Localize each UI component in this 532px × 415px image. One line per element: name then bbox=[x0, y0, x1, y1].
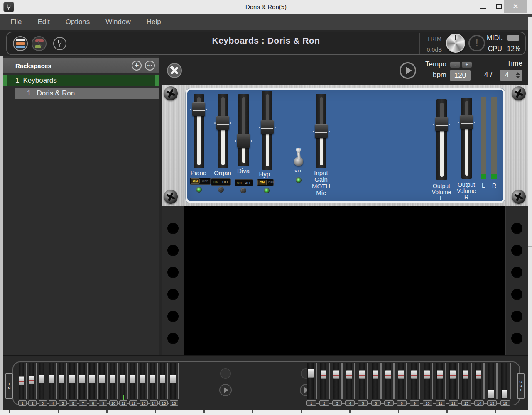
out-fader-handle-3[interactable] bbox=[333, 370, 339, 379]
in-fader-handle-14[interactable] bbox=[150, 375, 155, 383]
out-fader-handle-15[interactable] bbox=[488, 390, 494, 398]
in-fader-handle-3[interactable] bbox=[39, 375, 44, 383]
plugin-slider-hyp-led[interactable] bbox=[264, 188, 270, 193]
in-fader-rail-10 bbox=[117, 363, 118, 399]
record-indicator-icon[interactable] bbox=[220, 368, 231, 379]
in-fader-handle-5[interactable] bbox=[59, 375, 64, 383]
spinner-arrows-icon[interactable] bbox=[516, 72, 520, 78]
out-fader-rail-4 bbox=[354, 363, 355, 399]
in-fader-rail-2 bbox=[36, 363, 37, 399]
in-fader-handle-8[interactable] bbox=[89, 375, 95, 383]
in-fader-handle-12[interactable] bbox=[130, 375, 135, 383]
player-play-icon[interactable] bbox=[219, 384, 232, 396]
out-fader-redline-12 bbox=[450, 375, 456, 376]
input-toggle-led[interactable] bbox=[296, 177, 302, 183]
out-fader-handle-16[interactable] bbox=[502, 390, 507, 398]
in-fader-handle-7[interactable] bbox=[79, 375, 85, 383]
plugin-slider-diva-power-switch[interactable]: ONOFF bbox=[235, 179, 253, 186]
in-channel-dash bbox=[67, 403, 69, 404]
in-fader-handle-10[interactable] bbox=[110, 375, 115, 383]
menu-file[interactable]: File bbox=[2, 18, 29, 26]
piano-key-gap bbox=[155, 410, 156, 413]
menu-window[interactable]: Window bbox=[98, 18, 138, 26]
in-fader-handle-4[interactable] bbox=[49, 375, 54, 383]
out-fader-rail-2 bbox=[329, 363, 330, 399]
out-fader-track-2 bbox=[320, 363, 326, 399]
menu-edit[interactable]: Edit bbox=[29, 18, 57, 26]
bpm-value-field[interactable]: 120 bbox=[450, 70, 471, 81]
power-on-label: ON bbox=[257, 180, 267, 185]
in-fader-handle-15[interactable] bbox=[160, 375, 165, 383]
out-fader-handle-4[interactable] bbox=[346, 370, 352, 379]
out-fader-handle-7[interactable] bbox=[385, 370, 391, 379]
tempo-increase-button[interactable]: + bbox=[461, 61, 472, 68]
output-volume-r-slider-tick bbox=[458, 122, 459, 123]
out-fader-handle-12[interactable] bbox=[450, 370, 456, 379]
toolbar: Keyboards : Doris & Ron TRIM 0.0dB ! MID… bbox=[0, 30, 532, 57]
plugin-slider-hyp-power-switch[interactable]: ONOFF bbox=[257, 179, 274, 186]
edit-tools-icon[interactable] bbox=[167, 63, 182, 78]
plugin-slider-organ-handle[interactable] bbox=[216, 116, 229, 130]
out-fader-track-5 bbox=[359, 363, 365, 399]
rackspace-menu-button[interactable]: ••• bbox=[145, 61, 155, 71]
in-fader-handle-2[interactable] bbox=[29, 376, 34, 384]
out-channel-number-7: 7 bbox=[384, 400, 394, 406]
close-button[interactable]: ✕ bbox=[504, 0, 527, 13]
input-gain-label-line: Mic bbox=[306, 189, 336, 195]
plugin-slider-diva-track[interactable] bbox=[238, 94, 249, 166]
in-fader-rail-9 bbox=[107, 363, 108, 399]
midi-activity-indicator bbox=[507, 35, 519, 41]
in-fader-handle-13[interactable] bbox=[140, 375, 145, 383]
rackspace-number: 1 bbox=[15, 76, 19, 85]
output-volume-l-slider-handle[interactable] bbox=[435, 117, 448, 131]
in-fader-rail-14 bbox=[157, 363, 158, 399]
in-fader-handle-11[interactable] bbox=[120, 375, 125, 383]
output-volume-l-slider-tick bbox=[449, 124, 450, 125]
out-fader-handle-14[interactable] bbox=[476, 370, 481, 379]
in-fader-handle-6[interactable] bbox=[69, 375, 75, 383]
rackspace-item-keyboards[interactable]: 1 Keyboards bbox=[3, 75, 159, 86]
menu-options[interactable]: Options bbox=[58, 18, 98, 26]
out-fader-handle-5[interactable] bbox=[359, 370, 365, 379]
output-volume-l-slider-track[interactable] bbox=[436, 99, 447, 180]
minimize-button[interactable] bbox=[476, 1, 490, 12]
plugin-slider-hyp-handle[interactable] bbox=[261, 120, 274, 134]
tempo-decrease-button[interactable]: - bbox=[450, 61, 461, 68]
out-channel-number-3: 3 bbox=[332, 400, 342, 406]
power-on-label: ON bbox=[235, 181, 243, 185]
panic-icon[interactable]: ! bbox=[468, 35, 485, 51]
out-fader-handle-2[interactable] bbox=[321, 370, 326, 379]
in-fader-handle-16[interactable] bbox=[170, 375, 176, 383]
maximize-button[interactable] bbox=[492, 1, 506, 12]
output-volume-r-slider-track[interactable] bbox=[461, 98, 472, 179]
plugin-slider-piano-handle[interactable] bbox=[192, 102, 205, 116]
plugin-slider-organ-track[interactable] bbox=[218, 94, 228, 168]
out-fader-handle-8[interactable] bbox=[398, 370, 404, 379]
scrollbar-track[interactable] bbox=[528, 17, 532, 410]
in-fader-handle-9[interactable] bbox=[99, 375, 105, 383]
out-fader-handle-6[interactable] bbox=[373, 370, 378, 379]
plugin-slider-organ-led[interactable] bbox=[218, 187, 224, 193]
out-fader-redline-8 bbox=[398, 375, 404, 376]
out-fader-handle-1[interactable] bbox=[308, 369, 314, 378]
plugin-slider-piano-power-switch[interactable]: ONOFF bbox=[190, 178, 211, 185]
input-gain-slider-handle[interactable] bbox=[315, 124, 328, 138]
plugin-slider-diva-handle[interactable] bbox=[237, 134, 250, 148]
out-fader-track-8 bbox=[398, 363, 404, 399]
metronome-play-button[interactable] bbox=[400, 62, 416, 79]
output-volume-r-slider-handle[interactable] bbox=[460, 115, 473, 129]
plugin-slider-piano-led[interactable] bbox=[196, 187, 202, 193]
time-denominator-spinner[interactable]: 4 bbox=[500, 70, 522, 81]
out-fader-handle-11[interactable] bbox=[437, 370, 443, 379]
trim-knob[interactable] bbox=[446, 34, 465, 53]
plugin-slider-organ-power-switch[interactable]: ONOFF bbox=[211, 178, 231, 186]
out-fader-rail-1 bbox=[316, 363, 317, 399]
plugin-slider-diva-led[interactable] bbox=[240, 188, 246, 193]
out-fader-handle-10[interactable] bbox=[424, 370, 430, 379]
out-fader-handle-13[interactable] bbox=[463, 370, 468, 379]
add-rackspace-button[interactable]: + bbox=[132, 61, 142, 71]
menu-help[interactable]: Help bbox=[139, 18, 169, 26]
out-fader-handle-9[interactable] bbox=[411, 370, 417, 379]
variation-item-doris-and-ron[interactable]: 1 Doris & Ron bbox=[15, 88, 159, 99]
in-fader-handle-1[interactable] bbox=[19, 376, 24, 385]
